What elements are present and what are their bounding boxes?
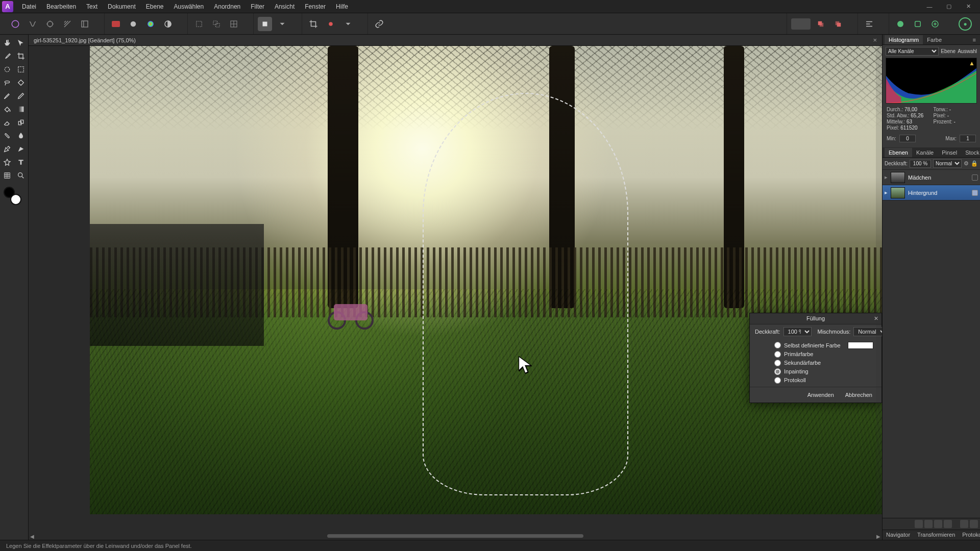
sync-green-icon[interactable]: [893, 17, 908, 31]
selection-new-icon[interactable]: [192, 17, 206, 31]
layer-blend-select[interactable]: Normal: [933, 159, 962, 168]
flood-select-icon[interactable]: [15, 77, 28, 89]
menu-window[interactable]: Fenster: [300, 1, 330, 12]
color-wells[interactable]: [1, 186, 27, 208]
menu-document[interactable]: Dokument: [103, 1, 140, 12]
layer-fx-icon[interactable]: ⚙: [964, 160, 969, 167]
link-icon[interactable]: [372, 17, 386, 31]
gradient-tool-icon[interactable]: [15, 103, 28, 115]
brush-tool-icon[interactable]: [1, 90, 14, 102]
crop-tool-icon[interactable]: [15, 50, 28, 62]
vertical-scrollbar[interactable]: [876, 46, 882, 533]
healing-tool-icon[interactable]: [1, 130, 14, 142]
fill-radio-custom[interactable]: Selbst definierte Farbe: [774, 342, 876, 349]
panel-menu-icon[interactable]: ≡: [971, 37, 978, 43]
tab-stock[interactable]: Stock: [961, 148, 980, 157]
persona-export-icon[interactable]: [78, 17, 92, 31]
hist-min-input[interactable]: [899, 135, 916, 142]
eraser-tool-icon[interactable]: [1, 116, 14, 129]
layer-row[interactable]: ▸ Hintergrund: [883, 185, 980, 201]
persona-develop-icon[interactable]: [43, 17, 57, 31]
autocontrast-icon[interactable]: [161, 17, 175, 31]
menu-edit[interactable]: Bearbeiten: [42, 1, 81, 12]
background-color-well[interactable]: [10, 194, 21, 205]
menu-arrange[interactable]: Anordnen: [209, 1, 245, 12]
zoom-tool-icon[interactable]: [15, 169, 28, 182]
fill-custom-color-swatch[interactable]: [848, 342, 873, 349]
persona-photo-icon[interactable]: [8, 17, 22, 31]
menu-filter[interactable]: Filter: [246, 1, 269, 12]
autolevels-icon[interactable]: [126, 17, 140, 31]
hist-subtab-selection[interactable]: Auswahl: [958, 48, 977, 54]
mesh-tool-icon[interactable]: [1, 169, 14, 182]
color-picker-icon[interactable]: [1, 50, 14, 62]
order-front-icon[interactable]: [814, 17, 828, 31]
selection-brush-icon[interactable]: [1, 63, 14, 76]
tab-navigator[interactable]: Navigator: [883, 530, 914, 540]
selection-grid-icon[interactable]: [227, 17, 241, 31]
layer-expand-icon[interactable]: ▸: [885, 189, 888, 196]
fill-opacity-select[interactable]: 100 %: [783, 327, 812, 336]
document-tab-close-icon[interactable]: ×: [873, 36, 877, 44]
fill-radio-secondary[interactable]: Sekundärfarbe: [774, 360, 876, 366]
layer-lock-icon[interactable]: 🔒: [971, 160, 978, 167]
dropdown-chevron-icon[interactable]: [275, 17, 289, 31]
group-layer-icon[interactable]: [944, 520, 952, 528]
layer-visibility-toggle[interactable]: [972, 174, 978, 181]
hist-subtab-layer[interactable]: Ebene: [941, 48, 955, 54]
menu-select[interactable]: Auswählen: [169, 1, 208, 12]
node-tool-icon[interactable]: [15, 143, 28, 155]
sync-green-icon[interactable]: [911, 17, 925, 31]
document-tab[interactable]: girl-535251_1920.jpg [Geändert] (75,0%) …: [29, 35, 882, 46]
menu-help[interactable]: Hilfe: [331, 1, 353, 12]
blur-tool-icon[interactable]: [15, 130, 28, 142]
menu-layer[interactable]: Ebene: [141, 1, 168, 12]
window-close-button[interactable]: ✕: [959, 1, 978, 12]
window-maximize-button[interactable]: ▢: [939, 1, 959, 12]
menu-file[interactable]: Datei: [17, 1, 41, 12]
horizontal-scrollbar[interactable]: ◀ ▶: [29, 533, 882, 540]
adjustment-layer-icon[interactable]: [924, 520, 933, 528]
canvas-viewport[interactable]: Füllung ✕ Deckkraft: 100 % Mischmodus: N…: [29, 46, 882, 540]
autocolor-icon[interactable]: [143, 17, 158, 31]
sync-green-icon[interactable]: [928, 17, 942, 31]
move-tool-icon[interactable]: [15, 37, 28, 49]
layer-expand-icon[interactable]: ▸: [885, 174, 888, 181]
pen-tool-icon[interactable]: [1, 143, 14, 155]
quickmask-icon[interactable]: [258, 17, 272, 31]
tab-protocol[interactable]: Protokoll: [959, 530, 980, 540]
hist-max-input[interactable]: [960, 135, 976, 142]
crop-icon[interactable]: [306, 17, 321, 31]
fill-radio-inpainting[interactable]: Inpainting: [774, 368, 876, 375]
selection-add-icon[interactable]: [209, 17, 224, 31]
fill-cancel-button[interactable]: Abbrechen: [842, 391, 875, 398]
fill-radio-protocol[interactable]: Protokoll: [774, 377, 876, 384]
lasso-tool-icon[interactable]: [1, 77, 14, 89]
persona-liquify-icon[interactable]: [26, 17, 40, 31]
menu-text[interactable]: Text: [82, 1, 102, 12]
window-minimize-button[interactable]: —: [920, 1, 939, 12]
fill-dialog-titlebar[interactable]: Füllung ✕: [750, 313, 881, 324]
fill-radio-primary[interactable]: Primärfarbe: [774, 351, 876, 358]
fill-apply-button[interactable]: Anwenden: [804, 391, 837, 398]
dropdown-chevron-icon[interactable]: [341, 17, 355, 31]
order-back-icon[interactable]: [831, 17, 845, 31]
account-avatar-icon[interactable]: ●: [959, 17, 972, 31]
menu-view[interactable]: Ansicht: [270, 1, 299, 12]
layer-row[interactable]: ▸ Mädchen: [883, 170, 980, 185]
tab-channels[interactable]: Kanäle: [912, 148, 938, 157]
add-layer-icon[interactable]: [960, 520, 968, 528]
scroll-right-icon[interactable]: ▶: [875, 534, 882, 539]
tab-brushes[interactable]: Pinsel: [938, 148, 961, 157]
tab-histogram[interactable]: Histogramm: [885, 35, 923, 44]
align-icon[interactable]: [862, 17, 876, 31]
histogram-channel-select[interactable]: Alle Kanäle: [886, 47, 939, 56]
layer-visibility-toggle[interactable]: [972, 190, 978, 196]
shape-tool-icon[interactable]: [1, 156, 14, 168]
scroll-thumb[interactable]: [327, 534, 583, 538]
marquee-tool-icon[interactable]: [15, 63, 28, 76]
hand-tool-icon[interactable]: [1, 37, 14, 49]
pencil-tool-icon[interactable]: [15, 90, 28, 102]
tab-transform[interactable]: Transformieren: [914, 530, 959, 540]
layer-opacity-input[interactable]: [910, 160, 931, 168]
